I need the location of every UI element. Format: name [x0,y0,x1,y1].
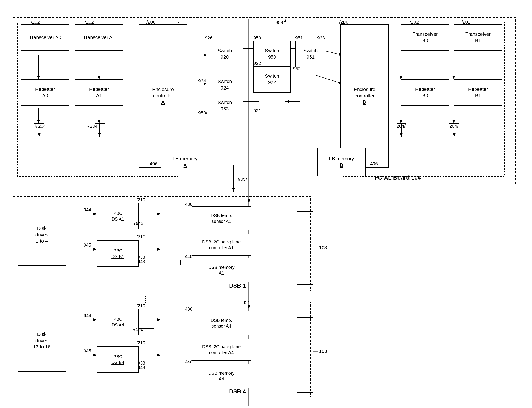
pbc-ds-a4-label: PBCDS A4 [112,316,124,328]
label-944-dsb4: 944 [84,313,91,318]
label-921-dsb: 921 [242,300,250,306]
label-952: 952 [293,66,301,71]
switch-922-box: Switch922 [253,66,291,93]
label-945-dsb4: 945 [84,348,91,354]
repeater-b1-box: RepeaterB1 [454,79,502,106]
disk-drives-13-16-label: Diskdrives13 to 16 [33,331,51,350]
transceiver-b0-label: TransceiverB0 [413,31,438,44]
enclosure-controller-b-label: EnclosurecontrollerB [354,86,375,105]
label-dsb4: DSB 4 [229,388,246,395]
enclosure-controller-b-box: EnclosurecontrollerB [340,24,389,168]
disk-drives-1-4-label: Diskdrives1 to 4 [35,225,49,244]
transceiver-b0-box: TransceiverB0 [401,24,449,51]
label-206-left: /206 [147,19,156,25]
label-945-dsb1: 945 [84,243,91,248]
pbc-ds-a1-label: PBCDS A1 [112,210,124,222]
transceiver-a0-box: Transceiver A0 [21,24,69,51]
label-202-b0: /202 [410,19,419,25]
dsb-memory-a4-box: DSB memoryA4 [192,364,251,388]
fb-memory-a-label: FB memoryA [172,156,198,168]
switch-953-label: Switch953 [218,100,232,112]
transceiver-b1-label: TransceiverB1 [466,31,491,44]
dsb-memory-a1-label: DSB memoryA1 [208,264,235,276]
label-943-b4: 943 [138,365,145,370]
switch-951-box: Switch951 [295,41,326,67]
label-dsb1: DSB 1 [229,282,246,289]
transceiver-b1-box: TransceiverB1 [454,24,502,51]
label-440-a4: 440 [185,359,192,365]
switch-950-label: Switch950 [265,48,279,60]
fb-memory-b-label: FB memoryB [329,156,354,168]
label-926: 926 [205,35,213,41]
repeater-b0-label: RepeaterB0 [415,86,435,99]
label-950: 950 [253,35,261,41]
dsb-i2c-controller-a1-box: DSB I2C backplanecontroller A1 [192,234,251,256]
dsb-memory-a1-box: DSB memoryA1 [192,258,251,282]
label-953: 953/ [198,110,207,116]
repeater-a1-label: RepeaterA1 [89,86,109,99]
diagram: Transceiver A0 Transceiver A1 RepeaterA0… [0,0,532,408]
enclosure-controller-a-label: EnclosurecontrollerA [152,86,174,105]
dsb-temp-sensor-a4-label: DSB temp.sensor A4 [211,317,232,329]
dsb-temp-sensor-a1-label: DSB temp.sensor A1 [211,212,232,224]
label-202-b1: /202 [461,19,471,25]
switch-924-label: Switch924 [218,78,232,91]
label-942-a4: ↳942 [132,326,143,332]
label-440-a1: 440 [185,254,192,259]
label-436-a1: 436 [185,202,192,207]
fb-memory-b-box: FB memoryB [317,148,366,176]
label-921-top: 921 [253,108,261,113]
repeater-a1-box: RepeaterA1 [75,79,123,106]
switch-922-label: Switch922 [265,73,279,85]
pbc-ds-b4-box: PBCDS B4 [97,346,139,373]
label-908: 908 [275,20,283,25]
transceiver-a0-label: Transceiver A0 [29,34,61,41]
label-204-b0: 204/ [397,124,406,129]
switch-951-label: Switch951 [303,48,318,60]
label-406-b: 406 [370,161,378,166]
transceiver-a1-label: Transceiver A1 [83,34,115,41]
switch-920-label: Switch920 [218,48,232,60]
label-204-a0: ↳204 [34,124,46,129]
label-943-b1: 943 [138,259,145,264]
dsb-temp-sensor-a1-box: DSB temp.sensor A1 [192,206,251,230]
label-204-b1: 204/ [449,124,458,129]
dsb-memory-a4-label: DSB memoryA4 [208,370,235,382]
label-202-a1: /202 [85,19,94,25]
dsb-i2c-controller-a4-label: DSB I2C backplanecontroller A4 [202,344,241,355]
repeater-a0-label: RepeaterA0 [35,86,55,99]
label-951: 951 [295,35,303,41]
pbc-ds-b1-box: PBCDS B1 [97,240,139,267]
label-202-a0: /202 [31,19,40,25]
switch-953-box: Switch953 [206,93,243,119]
label-928: 928 [317,35,325,41]
repeater-b0-box: RepeaterB0 [401,79,449,106]
label-103-dsb4: — 103 [313,348,327,354]
transceiver-a1-box: Transceiver A1 [75,24,123,51]
label-210-a4: /210 [137,303,145,308]
label-924: 924 [198,78,206,84]
label-103-dsb1: — 103 [313,245,327,251]
label-210-b1: /210 [137,234,145,239]
label-406-a: 406 [150,161,157,166]
enclosure-controller-a-box: EnclosurecontrollerA [139,24,187,168]
pbc-ds-b1-label: PBCDS B1 [111,248,124,259]
dsb-i2c-controller-a1-label: DSB I2C backplanecontroller A1 [202,239,241,251]
label-922: 922 [253,61,261,66]
label-944-dsb1: 944 [84,207,91,212]
disk-drives-1-4-box: Diskdrives1 to 4 [18,204,66,266]
dsb-temp-sensor-a4-box: DSB temp.sensor A4 [192,311,251,335]
repeater-a0-box: RepeaterA0 [21,79,69,106]
label-942-a1: ↳942 [132,221,143,226]
label-436-a4: 436 [185,306,192,312]
pbc-ds-b4-label: PBCDS B4 [111,354,124,365]
label-210-b4: /210 [137,340,145,345]
repeater-b1-label: RepeaterB1 [468,86,488,99]
fb-memory-a-box: FB memoryA [161,148,209,176]
label-206-right: /206 [339,19,348,25]
switch-920-box: Switch920 [206,41,243,67]
label-905: 905/ [238,176,247,182]
dsb-i2c-controller-a4-box: DSB I2C backplanecontroller A4 [192,339,251,361]
svg-line-30 [315,75,343,84]
label-210-a1: /210 [137,197,145,203]
